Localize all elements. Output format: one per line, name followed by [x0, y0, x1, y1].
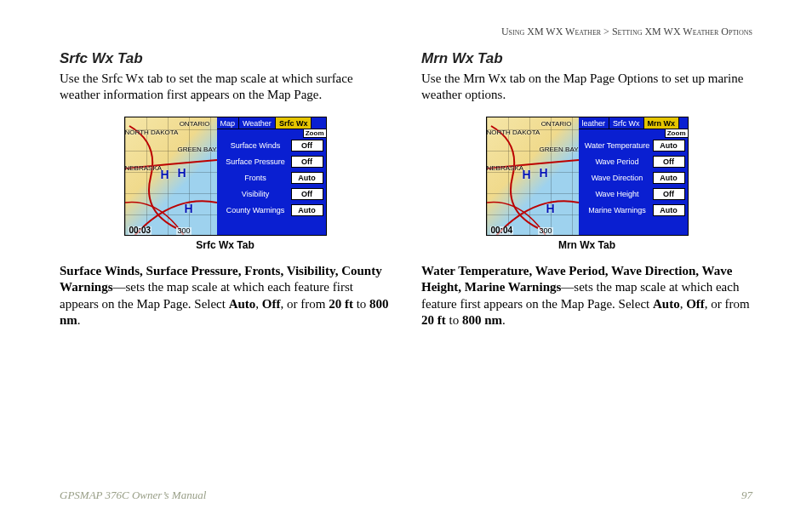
row-label: Fronts	[220, 174, 291, 182]
settings-panel: leather Srfc Wx Mrn Wx Zoom Water Temper…	[579, 117, 688, 235]
row-value-select[interactable]: Auto	[653, 172, 685, 184]
srfc-caption: Srfc Wx Tab	[60, 239, 391, 251]
opt-20ft: 20 ft	[329, 297, 353, 311]
tab-srfc-wx[interactable]: Srfc Wx	[609, 117, 644, 129]
map-label-nebraska: NEBRASKA	[487, 165, 524, 172]
mrn-description: Water Temperature, Wave Period, Wave Dir…	[421, 263, 752, 329]
tab-weather-partial[interactable]: leather	[579, 117, 610, 129]
row-value-select[interactable]: Auto	[291, 172, 323, 184]
settings-rows: Water Temperature Auto Wave Period Off W…	[579, 138, 688, 219]
device-map-scale: 300	[538, 227, 552, 235]
row-county-warnings: County Warnings Auto	[217, 203, 326, 219]
map-label-nebraska: NEBRASKA	[125, 165, 163, 172]
zoom-header: Zoom	[665, 129, 688, 138]
row-wave-direction: Wave Direction Auto	[579, 170, 688, 186]
row-label: Surface Pressure	[220, 157, 291, 166]
opt-auto: Auto	[229, 297, 256, 311]
footer-title: GPSMAP 376C Owner’s Manual	[60, 489, 206, 502]
map-label-ontario: ONTARIO	[180, 121, 210, 128]
opt-off: Off	[686, 297, 705, 311]
row-value-select[interactable]: Off	[653, 188, 685, 200]
mrn-device-screenshot: ONTARIO GREEN BAY NEBRASKA NORTH DAKOTA …	[486, 117, 689, 236]
breadcrumb: Using XM WX Weather > Setting XM WX Weat…	[60, 26, 752, 38]
breadcrumb-section: Using XM WX Weather	[501, 26, 601, 37]
device-clock: 00:04	[490, 226, 514, 235]
breadcrumb-sep: >	[601, 26, 612, 37]
map-label-greenbay: GREEN BAY	[539, 146, 578, 153]
srfc-device-screenshot: ONTARIO GREEN BAY NEBRASKA NORTH DAKOTA …	[124, 117, 327, 236]
mrn-figure: ONTARIO GREEN BAY NEBRASKA NORTH DAKOTA …	[421, 117, 752, 251]
right-column: Mrn Wx Tab Use the Mrn Wx tab on the Map…	[421, 50, 752, 329]
high-pressure-icon: H	[178, 167, 186, 179]
row-label: Wave Height	[582, 190, 653, 198]
row-label: Wave Direction	[582, 174, 653, 182]
row-wave-height: Wave Height Off	[579, 186, 688, 203]
tab-map[interactable]: Map	[217, 117, 240, 129]
opt-auto: Auto	[653, 297, 680, 311]
row-label: Marine Warnings	[582, 206, 653, 214]
row-surface-winds: Surface Winds Off	[217, 138, 326, 154]
breadcrumb-sub: Setting XM WX Weather Options	[612, 26, 752, 37]
row-value-select[interactable]: Auto	[653, 204, 685, 216]
settings-panel: Map Weather Srfc Wx Zoom Surface Winds O…	[217, 117, 326, 235]
tab-bar: Map Weather Srfc Wx	[217, 117, 326, 129]
tab-srfc-wx[interactable]: Srfc Wx	[276, 117, 312, 129]
row-value-select[interactable]: Auto	[653, 140, 685, 152]
high-pressure-icon: H	[161, 169, 169, 180]
mrn-intro: Use the Mrn Wx tab on the Map Page Optio…	[421, 71, 752, 103]
row-label: Surface Winds	[220, 141, 291, 150]
page-footer: GPSMAP 376C Owner’s Manual 97	[60, 489, 752, 502]
row-label: Visibility	[220, 190, 291, 198]
two-column-layout: Srfc Wx Tab Use the Srfc Wx tab to set t…	[60, 50, 752, 329]
row-label: Wave Period	[582, 157, 653, 166]
map-label-ndakota: NORTH DAKOTA	[125, 129, 179, 136]
opt-800nm: 800 nm	[462, 313, 502, 327]
row-water-temperature: Water Temperature Auto	[579, 138, 688, 154]
map-label-ndakota: NORTH DAKOTA	[487, 129, 540, 136]
tab-weather[interactable]: Weather	[239, 117, 276, 129]
row-marine-warnings: Marine Warnings Auto	[579, 203, 688, 219]
row-value-select[interactable]: Off	[291, 188, 323, 200]
zoom-header: Zoom	[303, 129, 326, 138]
settings-rows: Surface Winds Off Surface Pressure Off F…	[217, 138, 326, 219]
high-pressure-icon: H	[523, 169, 531, 180]
srfc-figure: ONTARIO GREEN BAY NEBRASKA NORTH DAKOTA …	[60, 117, 391, 251]
row-surface-pressure: Surface Pressure Off	[217, 154, 326, 170]
srfc-intro: Use the Srfc Wx tab to set the map scale…	[60, 71, 391, 103]
row-fronts: Fronts Auto	[217, 170, 326, 186]
device-map-scale: 300	[176, 227, 191, 235]
opt-20ft: 20 ft	[421, 313, 446, 327]
row-value-select[interactable]: Off	[291, 156, 323, 168]
mrn-caption: Mrn Wx Tab	[421, 239, 752, 251]
srfc-heading: Srfc Wx Tab	[60, 50, 391, 67]
row-value-select[interactable]: Off	[291, 140, 323, 152]
device-clock: 00:03	[129, 226, 152, 235]
footer-page-number: 97	[741, 489, 752, 502]
row-value-select[interactable]: Off	[653, 156, 685, 168]
high-pressure-icon: H	[540, 167, 548, 179]
mrn-heading: Mrn Wx Tab	[421, 50, 752, 67]
tab-bar: leather Srfc Wx Mrn Wx	[579, 117, 688, 129]
map-label-greenbay: GREEN BAY	[177, 146, 216, 153]
row-wave-period: Wave Period Off	[579, 154, 688, 170]
row-label: County Warnings	[220, 206, 291, 214]
map-pane: ONTARIO GREEN BAY NEBRASKA NORTH DAKOTA …	[125, 117, 217, 236]
opt-off: Off	[262, 297, 281, 311]
manual-page: Using XM WX Weather > Setting XM WX Weat…	[0, 0, 812, 526]
high-pressure-icon: H	[185, 203, 193, 214]
row-visibility: Visibility Off	[217, 186, 326, 203]
srfc-description: Surface Winds, Surface Pressure, Fronts,…	[60, 263, 391, 329]
left-column: Srfc Wx Tab Use the Srfc Wx tab to set t…	[60, 50, 391, 329]
tab-mrn-wx[interactable]: Mrn Wx	[644, 117, 680, 129]
row-value-select[interactable]: Auto	[291, 204, 323, 216]
high-pressure-icon: H	[546, 203, 555, 214]
row-label: Water Temperature	[582, 141, 653, 150]
map-pane: ONTARIO GREEN BAY NEBRASKA NORTH DAKOTA …	[487, 117, 579, 236]
map-label-ontario: ONTARIO	[541, 121, 572, 128]
